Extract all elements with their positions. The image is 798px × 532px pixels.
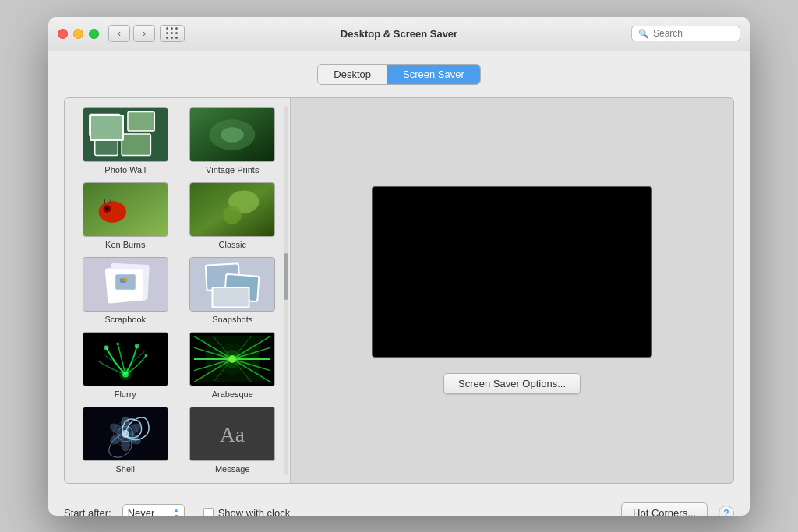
svg-rect-6 <box>94 138 117 155</box>
screensaver-preview: Screen Saver Options... <box>291 98 733 483</box>
main-window: ‹ › Desktop & Screen Saver 🔍 Desktop Scr… <box>48 17 750 516</box>
list-item[interactable]: Shell <box>76 405 175 475</box>
grid-button[interactable] <box>160 25 185 42</box>
show-clock-wrap: Show with clock <box>203 507 290 516</box>
svg-point-70 <box>122 430 129 438</box>
minimize-button[interactable] <box>73 29 83 39</box>
list-item[interactable]: Vintage Prints <box>183 106 283 176</box>
grid-icon <box>166 27 178 40</box>
svg-text:Aa: Aa <box>220 422 245 446</box>
svg-point-41 <box>104 345 108 350</box>
screensaver-label-shell: Shell <box>116 464 135 474</box>
svg-point-15 <box>98 201 125 222</box>
show-clock-checkbox[interactable] <box>203 508 214 516</box>
search-box[interactable]: 🔍 <box>631 26 740 41</box>
screensaver-label-vintage-prints: Vintage Prints <box>206 165 259 174</box>
screensaver-thumb-flurry <box>83 332 168 386</box>
screensaver-thumb-message: Aa <box>189 407 275 461</box>
list-item[interactable]: Photo Wall <box>76 106 175 176</box>
screensaver-list[interactable]: Photo Wall <box>65 98 291 483</box>
screensaver-thumb-photo-wall <box>83 107 168 162</box>
screensaver-label-message: Message <box>215 464 250 474</box>
scrollbar-thumb[interactable] <box>284 253 288 300</box>
screensaver-thumb-arabesque <box>189 332 275 386</box>
traffic-lights <box>58 29 99 39</box>
nav-buttons: ‹ › <box>108 25 155 42</box>
tab-desktop[interactable]: Desktop <box>318 65 387 84</box>
list-item[interactable]: Scrapbook <box>76 255 175 326</box>
preview-screen <box>372 186 652 358</box>
screensaver-thumb-shell <box>83 407 168 461</box>
screensaver-grid: Photo Wall <box>76 106 282 475</box>
list-item[interactable]: Aa Message <box>183 405 283 475</box>
screen-saver-options-button[interactable]: Screen Saver Options... <box>443 373 581 394</box>
screensaver-label-flurry: Flurry <box>115 389 136 399</box>
list-item[interactable]: Arabesque <box>183 330 283 400</box>
svg-rect-4 <box>128 111 154 131</box>
maximize-button[interactable] <box>89 29 99 39</box>
show-clock-label: Show with clock <box>218 507 290 516</box>
back-button[interactable]: ‹ <box>108 25 130 42</box>
titlebar: ‹ › Desktop & Screen Saver 🔍 <box>48 17 750 51</box>
screensaver-thumb-classic <box>189 182 275 237</box>
svg-rect-36 <box>214 287 249 306</box>
svg-point-40 <box>119 368 132 380</box>
tab-group: Desktop Screen Saver <box>317 64 480 85</box>
tab-screensaver[interactable]: Screen Saver <box>387 65 480 84</box>
search-input[interactable] <box>653 28 733 39</box>
screensaver-label-ken-burns: Ken Burns <box>105 240 145 249</box>
svg-rect-2 <box>90 114 120 135</box>
forward-button[interactable]: › <box>133 25 155 42</box>
svg-point-44 <box>144 354 147 357</box>
svg-point-13 <box>221 127 244 143</box>
screensaver-label-arabesque: Arabesque <box>212 389 253 399</box>
window-title: Desktop & Screen Saver <box>341 28 457 40</box>
svg-point-43 <box>135 344 139 348</box>
svg-rect-3 <box>98 119 114 130</box>
screensaver-label-scrapbook: Scrapbook <box>104 315 146 324</box>
svg-rect-8 <box>122 134 150 155</box>
list-item[interactable]: Ken Burns <box>76 181 175 251</box>
screensaver-label-photo-wall: Photo Wall <box>104 165 146 174</box>
svg-rect-1 <box>90 114 120 135</box>
list-item[interactable]: Classic <box>183 181 283 251</box>
arrow-up-icon: ▲ <box>174 507 179 513</box>
screensaver-label-classic: Classic <box>219 240 246 249</box>
bottom-bar: Start after: Never ▲ ▼ Show with clock H… <box>48 496 750 516</box>
svg-point-22 <box>223 206 242 224</box>
screensaver-thumb-scrapbook <box>83 257 168 312</box>
list-item[interactable]: Snapshots <box>183 255 283 326</box>
screensaver-thumb-vintage-prints <box>189 107 275 162</box>
svg-point-62 <box>217 344 248 374</box>
main-content: Desktop Screen Saver <box>48 51 750 496</box>
hot-corners-button[interactable]: Hot Corners... <box>621 502 708 516</box>
arrow-down-icon: ▼ <box>174 513 179 516</box>
list-item[interactable]: Flurry <box>76 330 175 400</box>
tab-bar: Desktop Screen Saver <box>64 64 734 85</box>
screensaver-thumb-ken-burns <box>83 182 168 237</box>
start-after-label: Start after: <box>64 507 111 516</box>
screensaver-thumb-snapshots <box>189 257 275 312</box>
panel: Photo Wall <box>64 97 734 484</box>
start-after-value: Never <box>128 507 171 516</box>
scrollbar-track <box>284 106 288 475</box>
select-arrows: ▲ ▼ <box>174 507 179 516</box>
svg-point-42 <box>116 342 119 345</box>
help-button[interactable]: ? <box>719 506 734 516</box>
start-after-select[interactable]: Never ▲ ▼ <box>122 504 185 516</box>
search-icon: 🔍 <box>638 29 649 39</box>
screensaver-label-snapshots: Snapshots <box>212 315 252 324</box>
close-button[interactable] <box>58 29 68 39</box>
svg-point-17 <box>105 207 108 210</box>
